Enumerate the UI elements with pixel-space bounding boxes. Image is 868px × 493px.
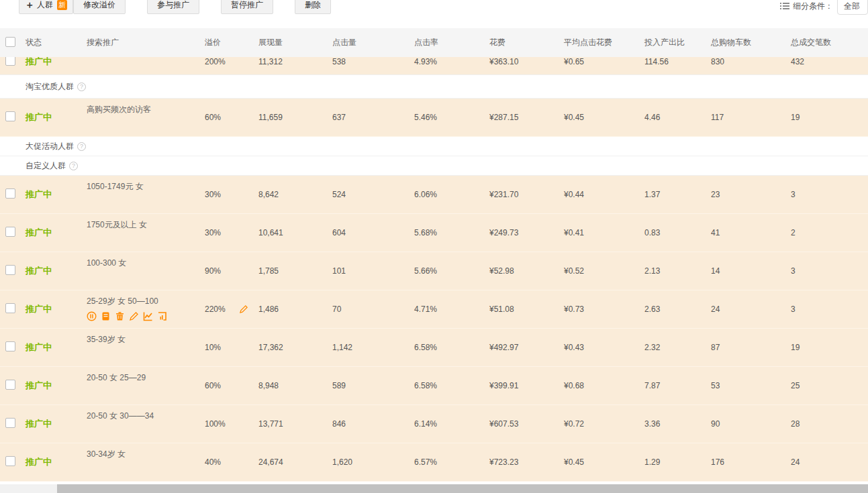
row-checkbox[interactable] — [5, 418, 15, 428]
ctr-cell-value: 5.46% — [414, 113, 437, 122]
report-icon[interactable] — [157, 311, 167, 321]
carts-cell-value: 176 — [711, 457, 724, 467]
row-checkbox[interactable] — [5, 111, 15, 121]
row-checkbox[interactable] — [5, 341, 15, 351]
carts-cell-value: 90 — [711, 419, 720, 429]
pause-promotion-button[interactable]: 暂停推广 — [221, 0, 273, 14]
status-badge: 推广中 — [20, 303, 87, 315]
help-icon[interactable]: ? — [77, 83, 86, 91]
audience-name[interactable]: 30-34岁 女 — [87, 449, 205, 459]
pause-icon[interactable] — [87, 311, 97, 321]
row-checkbox[interactable] — [5, 57, 15, 66]
help-icon[interactable]: ? — [69, 162, 78, 170]
add-audience-button[interactable]: ＋ 人群 新 — [19, 0, 73, 14]
column-header-3: 溢价 — [205, 37, 258, 48]
cost-cell: ¥363.10 — [489, 57, 564, 66]
clicks-cell-value: 538 — [332, 57, 346, 66]
horizontal-scrollbar-thumb[interactable] — [57, 484, 868, 493]
cost-cell: ¥607.53 — [489, 419, 564, 429]
plus-icon: ＋ — [25, 0, 34, 9]
column-header-1: 状态 — [20, 37, 87, 48]
table-row: 推广中1050-1749元 女30%8,6425246.06%¥231.70¥0… — [0, 176, 868, 214]
orders-cell: 3 — [791, 266, 868, 276]
edit-premium-icon[interactable] — [239, 305, 248, 314]
premium-cell: 40% — [205, 457, 258, 467]
audience-name-cell: 35-39岁 女 — [87, 329, 205, 366]
roi-cell: 0.83 — [644, 228, 711, 237]
audience-group-section: 淘宝优质人群? — [0, 74, 868, 99]
premium-cell: 200% — [205, 57, 258, 66]
audience-name-cell — [87, 57, 205, 74]
roi-cell-value: 7.87 — [644, 381, 660, 390]
row-checkbox[interactable] — [5, 380, 15, 390]
row-checkbox[interactable] — [5, 303, 15, 313]
select-all-checkbox[interactable] — [5, 37, 15, 47]
carts-cell-value: 14 — [711, 266, 720, 276]
partially-scrolled-row: 推广中200%11,3125384.93%¥363.10¥0.65114.568… — [0, 57, 868, 74]
row-checkbox[interactable] — [5, 456, 15, 466]
premium-cell-value: 220% — [205, 305, 226, 314]
row-checkbox-cell — [0, 111, 20, 123]
clicks-cell-value: 589 — [332, 381, 346, 390]
roi-cell: 4.46 — [644, 113, 711, 122]
clicks-cell: 70 — [332, 305, 414, 314]
row-checkbox[interactable] — [5, 188, 15, 199]
ctr-cell: 6.06% — [414, 190, 489, 199]
status-badge: 推广中 — [20, 57, 87, 68]
premium-cell-value: 60% — [205, 381, 221, 390]
premium-cell-value: 40% — [205, 457, 221, 467]
audience-name[interactable]: 25-29岁 女 50—100 — [87, 296, 205, 307]
clicks-cell: 101 — [332, 266, 414, 276]
roi-cell: 2.32 — [644, 343, 711, 352]
row-checkbox[interactable] — [5, 265, 15, 275]
audience-promotion-page: ＋ 人群 新 修改溢价参与推广暂停推广删除 细分条件： 全部 — [0, 0, 868, 493]
avg-cost-cell: ¥0.45 — [564, 113, 644, 122]
budget-icon[interactable] — [101, 311, 111, 321]
avg-cost-cell: ¥0.68 — [564, 381, 644, 390]
ctr-cell: 5.46% — [414, 113, 489, 122]
carts-cell-value: 23 — [711, 190, 720, 199]
delete-button[interactable]: 删除 — [295, 0, 331, 14]
impressions-cell-value: 1,785 — [258, 266, 279, 276]
avg-cost-cell: ¥0.72 — [564, 419, 644, 429]
audience-name[interactable]: 高购买频次的访客 — [87, 105, 205, 115]
modify-premium-button[interactable]: 修改溢价 — [73, 0, 126, 14]
ctr-cell: 4.93% — [414, 57, 489, 66]
ctr-cell-value: 6.58% — [414, 343, 437, 352]
impressions-cell-value: 11,312 — [258, 57, 283, 66]
roi-cell: 7.87 — [644, 381, 711, 390]
trash-icon[interactable] — [115, 311, 125, 321]
premium-cell-value: 60% — [205, 113, 221, 122]
column-header-6: 点击率 — [414, 37, 489, 48]
audience-name[interactable]: 1050-1749元 女 — [87, 182, 205, 192]
impressions-cell: 8,948 — [258, 381, 332, 390]
segment-filter-select[interactable]: 全部 — [837, 0, 868, 15]
avg-cost-cell-value: ¥0.72 — [564, 419, 584, 429]
join-promotion-button[interactable]: 参与推广 — [147, 0, 199, 14]
roi-cell-value: 0.83 — [644, 228, 660, 237]
column-header-11: 总成交笔数 — [791, 37, 868, 48]
trend-chart-icon[interactable] — [143, 311, 153, 321]
ctr-cell: 6.58% — [414, 381, 489, 390]
carts-cell: 14 — [711, 266, 791, 276]
ctr-cell-value: 6.57% — [414, 457, 437, 467]
avg-cost-cell-value: ¥0.41 — [564, 228, 584, 237]
audience-name[interactable]: 1750元及以上 女 — [87, 220, 205, 230]
ctr-cell-value: 6.14% — [414, 419, 437, 429]
carts-cell: 53 — [711, 381, 791, 390]
orders-cell: 28 — [791, 419, 868, 429]
avg-cost-cell: ¥0.52 — [564, 266, 644, 276]
row-checkbox[interactable] — [5, 227, 15, 237]
audience-name[interactable]: 20-50 女 30——34 — [87, 411, 205, 421]
impressions-cell: 11,659 — [258, 113, 332, 122]
audience-name[interactable]: 35-39岁 女 — [87, 335, 205, 345]
edit-icon[interactable] — [129, 311, 139, 321]
audience-name[interactable]: 100-300 女 — [87, 258, 205, 268]
impressions-cell-value: 17,362 — [258, 343, 283, 352]
audience-name[interactable]: 20-50 女 25—29 — [87, 373, 205, 383]
clicks-cell-value: 637 — [332, 113, 346, 122]
ctr-cell: 6.57% — [414, 457, 489, 467]
orders-cell-value: 24 — [791, 457, 800, 467]
ctr-cell: 6.14% — [414, 419, 489, 429]
help-icon[interactable]: ? — [77, 142, 86, 151]
